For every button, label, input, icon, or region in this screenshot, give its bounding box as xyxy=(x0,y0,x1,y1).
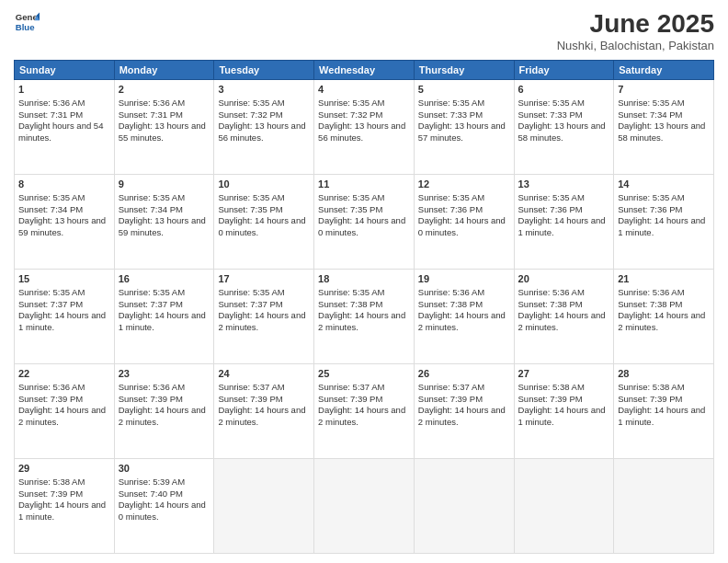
cell-jun4: 4 Sunrise: 5:35 AMSunset: 7:32 PMDayligh… xyxy=(314,80,415,175)
day-number: 30 xyxy=(119,462,210,476)
day-number: 8 xyxy=(18,178,110,191)
cell-jun8: 8 Sunrise: 5:35 AMSunset: 7:34 PMDayligh… xyxy=(15,175,115,270)
cell-jun25: 25 Sunrise: 5:37 AMSunset: 7:39 PMDaylig… xyxy=(314,364,415,459)
day-number: 24 xyxy=(218,367,310,381)
table-row: 15 Sunrise: 5:35 AMSunset: 7:37 PMDaylig… xyxy=(15,270,714,364)
calendar-table: Sunday Monday Tuesday Wednesday Thursday… xyxy=(14,60,714,554)
header-wednesday: Wednesday xyxy=(314,61,415,80)
day-number: 15 xyxy=(18,272,110,286)
cell-empty xyxy=(314,459,415,554)
header-thursday: Thursday xyxy=(414,61,514,80)
cell-empty xyxy=(414,459,514,554)
title-block: June 2025 Nushki, Balochistan, Pakistan xyxy=(557,9,714,52)
header-saturday: Saturday xyxy=(614,61,714,80)
day-number: 14 xyxy=(618,178,710,191)
day-number: 25 xyxy=(318,367,410,381)
header-tuesday: Tuesday xyxy=(214,61,314,80)
cell-content: Sunrise: 5:35 AMSunset: 7:34 PMDaylight:… xyxy=(618,98,705,143)
cell-content: Sunrise: 5:36 AMSunset: 7:39 PMDaylight:… xyxy=(119,382,206,427)
month-title: June 2025 xyxy=(557,9,714,39)
cell-content: Sunrise: 5:35 AMSunset: 7:33 PMDaylight:… xyxy=(518,98,606,143)
page: General Blue June 2025 Nushki, Balochist… xyxy=(0,0,728,563)
cell-content: Sunrise: 5:36 AMSunset: 7:38 PMDaylight:… xyxy=(618,287,705,332)
cell-jun22: 22 Sunrise: 5:36 AMSunset: 7:39 PMDaylig… xyxy=(15,364,115,459)
day-number: 6 xyxy=(518,83,610,97)
cell-content: Sunrise: 5:35 AMSunset: 7:36 PMDaylight:… xyxy=(518,192,606,237)
cell-jun24: 24 Sunrise: 5:37 AMSunset: 7:39 PMDaylig… xyxy=(214,364,314,459)
cell-jun18: 18 Sunrise: 5:35 AMSunset: 7:38 PMDaylig… xyxy=(314,270,415,364)
cell-content: Sunrise: 5:35 AMSunset: 7:35 PMDaylight:… xyxy=(218,192,305,237)
day-number: 19 xyxy=(418,272,510,286)
cell-content: Sunrise: 5:37 AMSunset: 7:39 PMDaylight:… xyxy=(218,382,305,427)
cell-content: Sunrise: 5:35 AMSunset: 7:32 PMDaylight:… xyxy=(218,98,305,143)
cell-jun11: 11 Sunrise: 5:35 AMSunset: 7:35 PMDaylig… xyxy=(314,175,415,270)
header-friday: Friday xyxy=(514,61,614,80)
cell-content: Sunrise: 5:37 AMSunset: 7:39 PMDaylight:… xyxy=(418,382,506,427)
logo: General Blue xyxy=(14,9,40,35)
table-row: 8 Sunrise: 5:35 AMSunset: 7:34 PMDayligh… xyxy=(15,175,714,270)
day-number: 27 xyxy=(518,367,610,381)
table-row: 1 Sunrise: 5:36 AMSunset: 7:31 PMDayligh… xyxy=(15,80,714,175)
day-number: 13 xyxy=(518,178,610,191)
cell-content: Sunrise: 5:35 AMSunset: 7:33 PMDaylight:… xyxy=(418,98,506,143)
cell-empty xyxy=(614,459,714,554)
cell-content: Sunrise: 5:35 AMSunset: 7:34 PMDaylight:… xyxy=(119,192,206,237)
cell-jun10: 10 Sunrise: 5:35 AMSunset: 7:35 PMDaylig… xyxy=(214,175,314,270)
cell-jun12: 12 Sunrise: 5:35 AMSunset: 7:36 PMDaylig… xyxy=(414,175,514,270)
cell-jun3: 3 Sunrise: 5:35 AMSunset: 7:32 PMDayligh… xyxy=(214,80,314,175)
svg-text:Blue: Blue xyxy=(16,22,35,32)
day-number: 16 xyxy=(119,272,210,286)
table-row: 29 Sunrise: 5:38 AMSunset: 7:39 PMDaylig… xyxy=(15,459,714,554)
cell-content: Sunrise: 5:35 AMSunset: 7:37 PMDaylight:… xyxy=(218,287,305,332)
cell-jun14: 14 Sunrise: 5:35 AMSunset: 7:36 PMDaylig… xyxy=(614,175,714,270)
day-number: 9 xyxy=(119,178,210,191)
cell-content: Sunrise: 5:36 AMSunset: 7:31 PMDaylight … xyxy=(18,98,103,143)
day-number: 21 xyxy=(618,272,710,286)
cell-jun23: 23 Sunrise: 5:36 AMSunset: 7:39 PMDaylig… xyxy=(114,364,214,459)
cell-jun7: 7 Sunrise: 5:35 AMSunset: 7:34 PMDayligh… xyxy=(614,80,714,175)
cell-content: Sunrise: 5:36 AMSunset: 7:31 PMDaylight:… xyxy=(119,98,206,143)
cell-jun1: 1 Sunrise: 5:36 AMSunset: 7:31 PMDayligh… xyxy=(15,80,115,175)
cell-jun26: 26 Sunrise: 5:37 AMSunset: 7:39 PMDaylig… xyxy=(414,364,514,459)
cell-jun21: 21 Sunrise: 5:36 AMSunset: 7:38 PMDaylig… xyxy=(614,270,714,364)
cell-jun30: 30 Sunrise: 5:39 AMSunset: 7:40 PMDaylig… xyxy=(114,459,214,554)
logo-icon: General Blue xyxy=(14,9,40,35)
cell-jun15: 15 Sunrise: 5:35 AMSunset: 7:37 PMDaylig… xyxy=(15,270,115,364)
cell-content: Sunrise: 5:36 AMSunset: 7:38 PMDaylight:… xyxy=(418,287,506,332)
cell-jun13: 13 Sunrise: 5:35 AMSunset: 7:36 PMDaylig… xyxy=(514,175,614,270)
day-number: 29 xyxy=(18,462,110,476)
day-number: 10 xyxy=(218,178,310,191)
cell-content: Sunrise: 5:36 AMSunset: 7:39 PMDaylight:… xyxy=(18,382,106,427)
day-number: 26 xyxy=(418,367,510,381)
cell-content: Sunrise: 5:38 AMSunset: 7:39 PMDaylight:… xyxy=(518,382,606,427)
cell-empty xyxy=(514,459,614,554)
cell-jun28: 28 Sunrise: 5:38 AMSunset: 7:39 PMDaylig… xyxy=(614,364,714,459)
day-number: 7 xyxy=(618,83,710,97)
day-number: 28 xyxy=(618,367,710,381)
cell-jun20: 20 Sunrise: 5:36 AMSunset: 7:38 PMDaylig… xyxy=(514,270,614,364)
day-number: 2 xyxy=(119,83,210,97)
cell-content: Sunrise: 5:38 AMSunset: 7:39 PMDaylight:… xyxy=(18,477,106,522)
day-number: 11 xyxy=(318,178,410,191)
header-monday: Monday xyxy=(114,61,214,80)
day-number: 23 xyxy=(119,367,210,381)
header: General Blue June 2025 Nushki, Balochist… xyxy=(14,9,714,52)
day-number: 17 xyxy=(218,272,310,286)
cell-jun17: 17 Sunrise: 5:35 AMSunset: 7:37 PMDaylig… xyxy=(214,270,314,364)
cell-jun6: 6 Sunrise: 5:35 AMSunset: 7:33 PMDayligh… xyxy=(514,80,614,175)
day-number: 5 xyxy=(418,83,510,97)
cell-content: Sunrise: 5:35 AMSunset: 7:37 PMDaylight:… xyxy=(119,287,206,332)
cell-content: Sunrise: 5:35 AMSunset: 7:36 PMDaylight:… xyxy=(618,192,705,237)
cell-jun16: 16 Sunrise: 5:35 AMSunset: 7:37 PMDaylig… xyxy=(114,270,214,364)
cell-empty xyxy=(214,459,314,554)
day-number: 18 xyxy=(318,272,410,286)
cell-jun5: 5 Sunrise: 5:35 AMSunset: 7:33 PMDayligh… xyxy=(414,80,514,175)
cell-jun29: 29 Sunrise: 5:38 AMSunset: 7:39 PMDaylig… xyxy=(15,459,115,554)
cell-content: Sunrise: 5:35 AMSunset: 7:38 PMDaylight:… xyxy=(318,287,405,332)
day-number: 4 xyxy=(318,83,410,97)
header-sunday: Sunday xyxy=(15,61,115,80)
cell-jun9: 9 Sunrise: 5:35 AMSunset: 7:34 PMDayligh… xyxy=(114,175,214,270)
cell-content: Sunrise: 5:36 AMSunset: 7:38 PMDaylight:… xyxy=(518,287,606,332)
cell-content: Sunrise: 5:35 AMSunset: 7:37 PMDaylight:… xyxy=(18,287,106,332)
day-number: 20 xyxy=(518,272,610,286)
